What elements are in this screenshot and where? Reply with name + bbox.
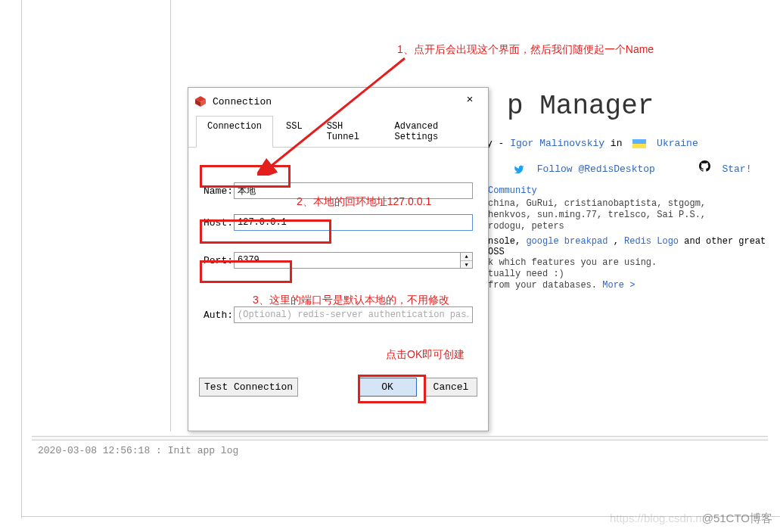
annotation-3: 3、这里的端口号是默认本地的，不用修改 (253, 294, 449, 307)
auth-label: Auth: (204, 310, 234, 321)
form-area: Name: Host: Port: ▲ ▼ Auth: (188, 148, 488, 346)
port-row: Port: ▲ ▼ (204, 252, 473, 269)
port-spin-up[interactable]: ▲ (461, 253, 472, 261)
host-label: Host: (204, 217, 234, 229)
tab-row: Connection SSL SSH Tunnel Advanced Setti… (188, 115, 488, 148)
divider-left-2 (170, 0, 171, 431)
author-line: y - Igor Malinovskiy in Ukraine (486, 138, 698, 149)
star-link[interactable]: Star! (722, 163, 751, 175)
oss-pre: nsole, (488, 236, 526, 247)
port-spinner[interactable]: ▲ ▼ (461, 252, 473, 269)
ok-button[interactable]: OK (358, 378, 417, 397)
follow-link[interactable]: Follow @RedisDesktop (537, 163, 655, 175)
annotation-4: 点击OK即可创建 (386, 348, 465, 362)
community-heading: Community (488, 185, 537, 197)
connection-dialog: Connection × Connection SSL SSH Tunnel A… (188, 87, 489, 431)
social-row: Follow @RedisDesktop Star! (513, 160, 751, 175)
button-row: Test Connection OK Cancel (188, 366, 488, 409)
watermark-51cto: @51CTO博客 (702, 512, 772, 524)
feature-block: k which features you are using. tually n… (488, 257, 657, 291)
tab-ssh-tunnel[interactable]: SSH Tunnel (315, 116, 382, 148)
auth-input[interactable] (234, 306, 473, 323)
name-label: Name: (204, 185, 234, 197)
country-link[interactable]: Ukraine (657, 138, 698, 149)
by-prefix: y - (486, 138, 510, 149)
feature-line-3-pre: from your databases. (488, 280, 602, 291)
port-input[interactable] (234, 252, 461, 269)
dialog-titlebar: Connection × (188, 88, 488, 115)
author-link[interactable]: Igor Malinovskiy (510, 138, 604, 149)
tab-advanced-settings[interactable]: Advanced Settings (384, 116, 480, 148)
host-row: Host: (204, 214, 473, 231)
oss-link-breakpad[interactable]: google breakpad (526, 236, 608, 247)
more-link[interactable]: More > (602, 280, 635, 291)
auth-row: Auth: (204, 306, 473, 323)
app-title: p Manager (507, 91, 654, 122)
tab-ssl[interactable]: SSL (275, 116, 314, 148)
in-text: in (611, 138, 628, 149)
dialog-title-text: Connection (213, 96, 272, 107)
tab-connection[interactable]: Connection (196, 116, 273, 148)
divider-left-1 (21, 0, 22, 518)
watermark-csdn: https://blog.csdn.n (610, 512, 702, 524)
oss-link-redis-logo[interactable]: Redis Logo (624, 236, 679, 247)
annotation-1: 1、点开后会出现这个界面，然后我们随便起一个Name (397, 43, 654, 57)
oss-mid: , (614, 236, 624, 247)
twitter-icon (513, 163, 531, 175)
close-button[interactable]: × (458, 92, 482, 110)
supporters-text: china, GuRui, cristianobaptista, stgogm,… (488, 198, 768, 232)
port-label: Port: (204, 255, 234, 266)
host-input[interactable] (234, 214, 473, 231)
port-spin-down[interactable]: ▼ (461, 261, 472, 269)
annotation-2: 2、本地的回环地址127.0.0.1 (297, 195, 431, 209)
log-text: 2020-03-08 12:56:18 : Init app log (38, 445, 238, 456)
watermark: https://blog.csdn.n@51CTO博客 (610, 512, 772, 526)
test-connection-button[interactable]: Test Connection (199, 378, 298, 397)
app-icon (194, 95, 207, 107)
cancel-button[interactable]: Cancel (424, 378, 477, 397)
feature-line-2: tually need :) (488, 269, 657, 280)
oss-line: nsole, google breakpad , Redis Logo and … (488, 236, 780, 257)
log-separator[interactable] (32, 436, 768, 440)
feature-line-1: k which features you are using. (488, 257, 657, 269)
github-icon (699, 163, 716, 175)
ukraine-flag-icon (632, 139, 646, 148)
